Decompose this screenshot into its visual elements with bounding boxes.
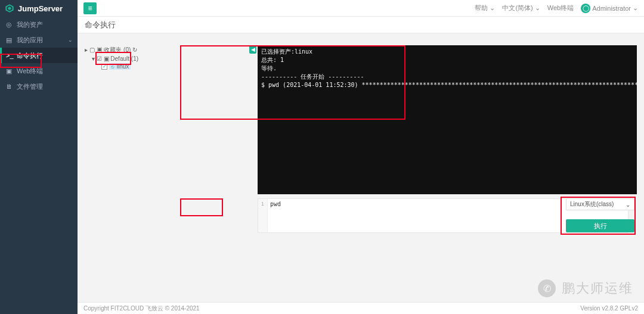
user-avatar-icon: ◯: [581, 4, 590, 13]
webterm-icon: ▣: [6, 67, 13, 74]
nav-label: 我的资产: [17, 20, 43, 29]
sidebar: JumpServer ◎ 我的资产 ▤ 我的应用 ⌄ >_ 命令执行 ▣ Web…: [0, 0, 78, 314]
terminal-output[interactable]: 已选择资产:linux 总共: 1 等待. ---------- 任务开始 --…: [258, 45, 637, 194]
logo-icon: [5, 4, 14, 13]
nav-my-assets[interactable]: ◎ 我的资产: [0, 17, 78, 32]
topbar: ≡ 帮助⌄ 中文(简体)⌄ Web终端 ◯ Administrator ⌄: [78, 0, 644, 17]
chevron-down-icon: ⌄: [68, 37, 73, 43]
nav-file-manager[interactable]: 🗎 文件管理: [0, 79, 78, 94]
tree-collapse-handle[interactable]: ◀: [249, 45, 256, 54]
asset-checkbox[interactable]: ✓: [101, 64, 107, 70]
tree-favorites[interactable]: ▸ ▢ ▣ 收藏夹 (0) ↻: [82, 45, 172, 55]
copyright: Copyright FIT2CLOUD 飞致云 © 2014-2021: [83, 304, 200, 313]
brand-text: JumpServer: [18, 4, 63, 13]
nav-label: 我的应用: [17, 36, 43, 45]
execute-button[interactable]: 执行: [566, 219, 634, 232]
nav-label: Web终端: [17, 67, 43, 76]
chevron-down-icon: ⌄: [633, 4, 638, 12]
logo[interactable]: JumpServer: [0, 0, 78, 17]
web-terminal-link[interactable]: Web终端: [547, 4, 574, 13]
language-switch[interactable]: 中文(简体)⌄: [502, 4, 540, 13]
chevron-down-icon: ⌄: [535, 4, 540, 12]
wechat-icon: ✆: [538, 279, 556, 297]
footer: Copyright FIT2CLOUD 飞致云 © 2014-2021 Vers…: [78, 302, 644, 314]
tree-asset-row[interactable]: ✓ ⎋ linux: [82, 63, 172, 70]
version: Version v2.8.2 GPLv2: [580, 305, 638, 312]
sidebar-toggle-button[interactable]: ≡: [83, 2, 97, 14]
line-gutter: 1: [258, 199, 268, 232]
terminal-icon: >_: [6, 52, 13, 59]
tree-default-group[interactable]: ▾ ☑ ▣ Default (1): [82, 55, 172, 63]
assets-icon: ◎: [6, 21, 13, 28]
apps-icon: ▤: [6, 36, 13, 43]
nav-my-apps[interactable]: ▤ 我的应用 ⌄: [0, 32, 78, 48]
nav-label: 文件管理: [17, 82, 43, 91]
chevron-down-icon: ⌄: [626, 201, 630, 208]
user-menu[interactable]: ◯ Administrator ⌄: [581, 4, 638, 13]
watermark-text: 鹏大师运维: [562, 279, 633, 297]
asset-tree: ▸ ▢ ▣ 收藏夹 (0) ↻ ▾ ☑ ▣ Default (1) ✓ ⎋ li…: [82, 45, 172, 70]
asset-icon: ⎋: [111, 64, 114, 70]
system-user-select[interactable]: Linux系统(class) ⌄: [566, 198, 634, 210]
watermark: ✆ 鹏大师运维: [538, 279, 633, 297]
nav-label: 命令执行: [17, 51, 43, 60]
chevron-down-icon: ⌄: [490, 4, 495, 12]
help-link[interactable]: 帮助⌄: [475, 4, 495, 13]
asset-name: linux: [117, 63, 129, 70]
page-title: 命令执行: [78, 17, 644, 33]
command-text: pwd: [270, 201, 281, 207]
content-area: ▸ ▢ ▣ 收藏夹 (0) ↻ ▾ ☑ ▣ Default (1) ✓ ⎋ li…: [78, 33, 644, 302]
file-icon: 🗎: [6, 83, 13, 90]
nav-command-exec[interactable]: >_ 命令执行: [0, 48, 78, 63]
nav-web-terminal[interactable]: ▣ Web终端: [0, 63, 78, 79]
